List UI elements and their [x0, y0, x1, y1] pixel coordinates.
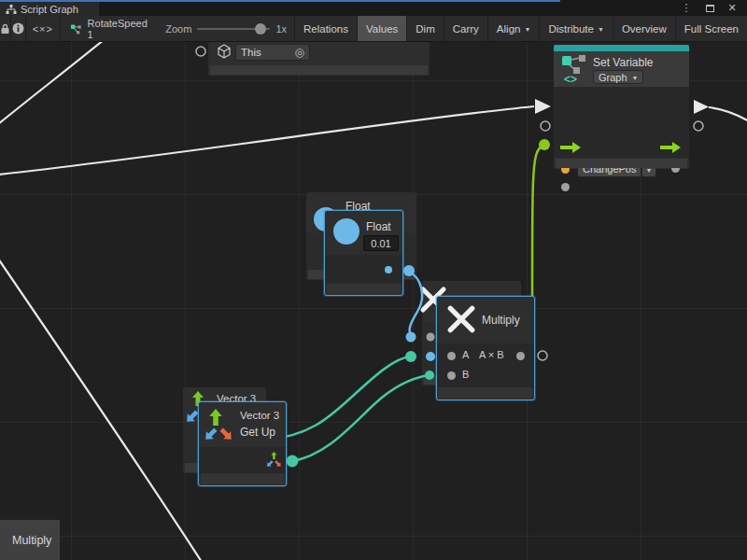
down-left-arrow-icon	[204, 427, 218, 441]
graph-breadcrumb-icon	[70, 22, 82, 35]
wire-flow-topleft[interactable]	[0, 42, 105, 124]
wire-endpoint-teal-end[interactable]	[405, 351, 416, 362]
window-tab-bar: Script Graph ⋮ ✕	[0, 0, 747, 16]
info-icon	[12, 22, 24, 35]
wire-flow-into-set-variable[interactable]	[0, 106, 534, 175]
wire-getup-to-multiply[interactable]	[292, 375, 429, 461]
breadcrumb[interactable]: RotateSpeed 1	[61, 16, 158, 41]
multiply-icon	[446, 304, 476, 334]
close-icon: ✕	[727, 2, 736, 14]
get-up-node[interactable]: Vector 3 Get Up	[198, 401, 287, 486]
close-button[interactable]: ✕	[725, 1, 740, 15]
multiply-input-a-port[interactable]	[447, 352, 456, 360]
toolbar-button-fullscreen[interactable]: Full Screen	[676, 16, 747, 41]
wire-endpoint-lime-end[interactable]	[539, 139, 550, 150]
ghost-port-setvar-left[interactable]	[541, 121, 550, 131]
set-variable-icon: <>	[560, 54, 588, 84]
wire-flow-out-of-set-variable[interactable]	[709, 107, 747, 121]
wire-multiply-to-set-variable[interactable]	[532, 145, 544, 299]
lock-icon	[0, 23, 10, 35]
float-output-port[interactable]	[385, 266, 392, 273]
zoom-control: Zoom 1x	[158, 16, 295, 41]
toolbar-button-overview[interactable]: Overview	[613, 16, 676, 41]
lock-button[interactable]	[0, 16, 11, 41]
ghost-port-setvar-right[interactable]	[694, 121, 703, 131]
cube-icon	[217, 44, 232, 59]
flow-in-port[interactable]	[560, 141, 583, 154]
variable-kind-color-bar	[554, 45, 689, 51]
wire-getup-back-to-multiply[interactable]	[265, 357, 410, 440]
corner-node-label: Multiply	[0, 520, 60, 560]
breadcrumb-label: RotateSpeed 1	[88, 18, 149, 40]
zoom-label: Zoom	[165, 23, 191, 35]
set-variable-node[interactable]: <> Set Variable Graph ▼ ChangePos	[554, 45, 689, 169]
zoom-value: 1x	[275, 23, 287, 35]
zoom-slider-handle[interactable]	[255, 23, 266, 35]
ghost-port-this[interactable]	[196, 47, 205, 56]
down-right-arrow-icon	[219, 427, 233, 441]
multiply-node[interactable]: Multiply A A × B B	[436, 296, 535, 400]
tab-title: Script Graph	[21, 4, 78, 15]
float-value-input[interactable]: 0.01	[363, 235, 399, 251]
multiply-output-port[interactable]	[516, 352, 525, 360]
ghost-port-multiply-out[interactable]	[538, 351, 547, 360]
flow-arrowhead-in	[535, 99, 551, 114]
wire-endpoint-blue-end[interactable]	[406, 332, 416, 343]
up-arrow-icon	[207, 408, 224, 427]
multiply-input-b-port[interactable]	[447, 371, 456, 380]
flow-out-port[interactable]	[660, 141, 683, 154]
chevron-down-icon: ▼	[524, 26, 530, 33]
this-object-field[interactable]: This ◎	[235, 44, 310, 61]
toolbar-button-carry[interactable]: Carry	[444, 16, 488, 41]
this-node[interactable]: This ◎	[208, 42, 430, 76]
toolbar-button-dim[interactable]: Dim	[407, 16, 444, 41]
graph-toolbar: <×> RotateSpeed 1 Zoom 1x Relations Valu…	[0, 16, 747, 42]
tab-script-graph[interactable]: Script Graph	[0, 2, 99, 16]
maximize-icon	[706, 5, 714, 12]
new-value-port[interactable]	[561, 183, 570, 191]
graph-tab-icon	[6, 4, 17, 15]
flow-arrowhead-out	[694, 100, 709, 114]
svg-text:<>: <>	[564, 73, 577, 84]
down-left-arrow-icon	[185, 410, 199, 424]
code-preview-button[interactable]: <×>	[26, 16, 61, 41]
window-menu-button[interactable]: ⋮	[680, 1, 693, 15]
code-icon: <×>	[33, 23, 53, 35]
toolbar-button-values[interactable]: Values	[358, 16, 407, 41]
graph-canvas[interactable]: Float Vector 3	[0, 42, 747, 560]
toolbar-button-align[interactable]: Align▼	[488, 16, 541, 41]
wire-flow-diagonal[interactable]	[0, 259, 202, 560]
vector3-output-port-icon[interactable]	[265, 451, 282, 469]
wire-endpoint-teal-start[interactable]	[287, 455, 299, 468]
maximize-button[interactable]	[702, 1, 717, 15]
float-node[interactable]: Float 0.01	[324, 210, 403, 296]
object-picker-icon[interactable]: ◎	[295, 46, 304, 59]
script-graph-window: Script Graph ⋮ ✕ <×>	[0, 0, 747, 560]
info-button[interactable]	[11, 16, 25, 41]
toolbar-button-distribute[interactable]: Distribute▼	[540, 16, 613, 41]
chevron-down-icon: ▼	[598, 26, 604, 33]
chevron-down-icon: ▼	[632, 75, 639, 81]
zoom-slider[interactable]	[197, 23, 270, 35]
variable-kind-dropdown[interactable]: Graph ▼	[593, 70, 643, 84]
float-type-icon	[333, 218, 359, 245]
toolbar-button-relations[interactable]: Relations	[295, 16, 358, 41]
